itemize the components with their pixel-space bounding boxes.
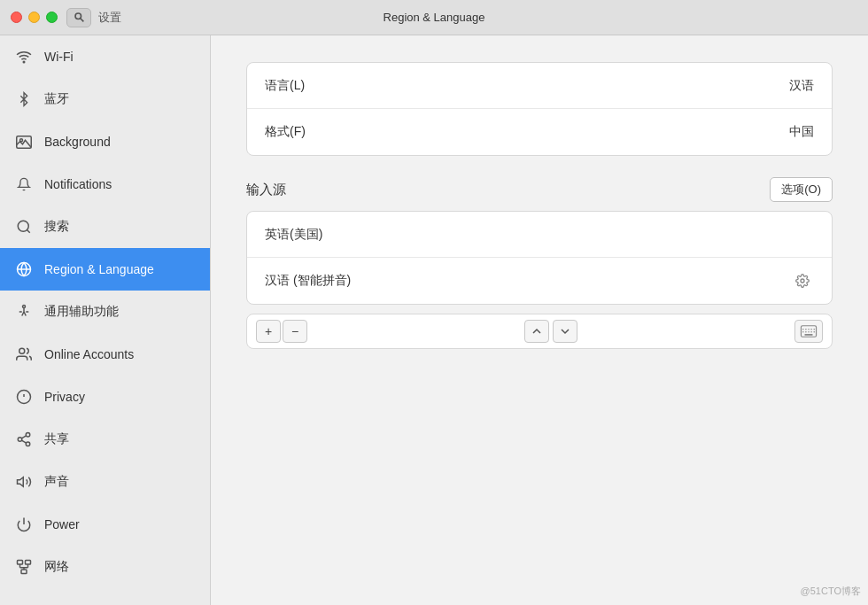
svg-point-28	[801, 279, 804, 283]
svg-point-2	[23, 61, 25, 63]
format-label: 格式(F)	[265, 124, 306, 140]
format-row[interactable]: 格式(F) 中国	[247, 109, 832, 155]
sidebar-item-network[interactable]: 网络	[0, 546, 210, 588]
sidebar-label-wifi: Wi-Fi	[44, 50, 74, 64]
sidebar-label-network: 网络	[44, 559, 69, 575]
sidebar-label-power: Power	[44, 517, 80, 531]
svg-line-6	[27, 229, 29, 232]
input-source-label-2: 汉语 (智能拼音)	[265, 273, 351, 289]
svg-rect-21	[18, 561, 23, 565]
svg-point-9	[23, 306, 26, 308]
move-up-button[interactable]	[524, 320, 549, 343]
search-button[interactable]	[66, 8, 91, 27]
sidebar-label-background: Background	[44, 135, 111, 149]
bluetooth-icon	[14, 89, 34, 109]
region-icon	[14, 260, 34, 279]
online-accounts-icon	[14, 345, 34, 364]
input-source-row-2[interactable]: 汉语 (智能拼音)	[247, 258, 832, 304]
sidebar-label-notifications: Notifications	[44, 177, 112, 191]
sidebar-item-online-accounts[interactable]: Online Accounts	[0, 333, 210, 376]
sidebar-item-search[interactable]: 搜索	[0, 206, 210, 248]
sidebar-item-bluetooth[interactable]: 蓝牙	[0, 78, 210, 120]
sidebar-label-sound: 声音	[44, 474, 69, 490]
sidebar-item-privacy[interactable]: Privacy	[0, 376, 210, 418]
add-input-button[interactable]: +	[256, 320, 281, 343]
language-label: 语言(L)	[265, 78, 305, 94]
toolbar-left: + −	[256, 320, 307, 343]
sidebar-item-notifications[interactable]: Notifications	[0, 163, 210, 206]
svg-point-0	[75, 13, 81, 19]
sidebar-label-sharing: 共享	[44, 431, 69, 447]
svg-point-14	[26, 433, 30, 438]
sidebar-label-online-accounts: Online Accounts	[44, 347, 134, 361]
sidebar-label-bluetooth: 蓝牙	[44, 91, 69, 107]
sidebar-item-background[interactable]: Background	[0, 120, 210, 163]
sidebar-item-power[interactable]: Power	[0, 503, 210, 546]
svg-point-5	[18, 221, 28, 231]
input-source-label-1: 英语(美国)	[265, 227, 322, 243]
sidebar-label-accessibility: 通用辅助功能	[44, 304, 119, 320]
app-body: Wi-Fi 蓝牙 Background	[0, 35, 868, 605]
svg-point-15	[18, 438, 22, 442]
remove-input-button[interactable]: −	[283, 320, 307, 343]
sidebar-item-accessibility[interactable]: 通用辅助功能	[0, 291, 210, 333]
sharing-icon	[14, 430, 34, 449]
network-icon	[14, 557, 34, 577]
accessibility-icon	[14, 302, 34, 322]
privacy-icon	[14, 387, 34, 407]
svg-line-1	[80, 19, 83, 22]
power-icon	[14, 515, 34, 534]
language-value: 汉语	[789, 78, 814, 94]
maximize-button[interactable]	[46, 12, 58, 23]
input-sources-header: 输入源 选项(O)	[246, 177, 833, 202]
sidebar-item-sharing[interactable]: 共享	[0, 418, 210, 461]
input-source-row-1[interactable]: 英语(美国)	[247, 212, 832, 258]
notifications-icon	[14, 175, 34, 194]
input-sources-toolbar: + −	[246, 314, 833, 349]
svg-rect-23	[21, 570, 27, 574]
svg-line-18	[21, 436, 26, 438]
sidebar-label-privacy: Privacy	[44, 390, 85, 404]
gear-button[interactable]	[791, 269, 814, 292]
close-button[interactable]	[11, 12, 22, 23]
minimize-button[interactable]	[28, 12, 40, 23]
format-value: 中国	[789, 124, 814, 140]
svg-point-16	[26, 442, 30, 446]
svg-point-10	[19, 348, 25, 353]
wifi-icon	[14, 47, 34, 66]
input-sources-card: 英语(美国) 汉语 (智能拼音)	[246, 211, 833, 305]
sidebar-item-wifi[interactable]: Wi-Fi	[0, 35, 210, 78]
background-icon	[14, 132, 34, 151]
sidebar: Wi-Fi 蓝牙 Background	[0, 35, 211, 605]
search-sidebar-icon	[14, 217, 34, 237]
watermark: @51CTO博客	[801, 585, 861, 598]
sidebar-label-region: Region & Language	[44, 262, 154, 276]
sidebar-item-sound[interactable]: 声音	[0, 461, 210, 503]
window-controls	[11, 12, 58, 23]
main-content: 语言(L) 汉语 格式(F) 中国 输入源 选项(O) 英语(美国) 汉语 (智…	[211, 35, 868, 605]
sidebar-label-search: 搜索	[44, 219, 69, 235]
svg-point-4	[20, 138, 23, 141]
sound-icon	[14, 472, 34, 492]
language-row[interactable]: 语言(L) 汉语	[247, 63, 832, 109]
svg-rect-22	[26, 561, 31, 565]
window-title: Region & Language	[384, 11, 485, 24]
language-format-card: 语言(L) 汉语 格式(F) 中国	[246, 62, 833, 156]
titlebar: 设置 Region & Language	[0, 0, 868, 35]
sidebar-item-region[interactable]: Region & Language	[0, 248, 210, 291]
input-sources-title: 输入源	[246, 182, 286, 198]
app-name: 设置	[98, 10, 121, 26]
options-button[interactable]: 选项(O)	[770, 177, 833, 202]
svg-marker-19	[18, 477, 24, 487]
svg-line-17	[21, 440, 26, 443]
keyboard-preview-button[interactable]	[794, 320, 823, 343]
move-down-button[interactable]	[553, 320, 577, 343]
